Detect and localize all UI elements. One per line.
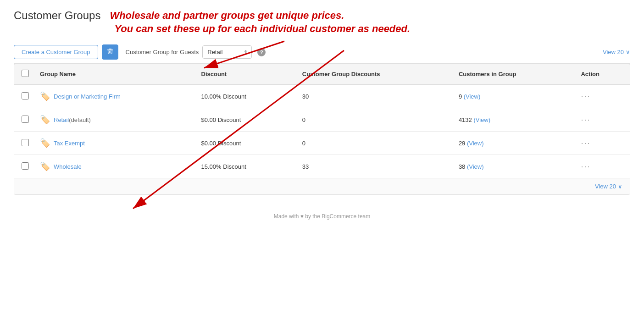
table-row: 🏷️Tax Exempt$0.00 Discount029 (View)··· <box>14 132 630 155</box>
row-group-name-cell: 🏷️Tax Exempt <box>33 132 194 155</box>
customers-view-link[interactable]: (View) <box>467 140 484 147</box>
group-name-link[interactable]: Tax Exempt <box>54 140 85 147</box>
table-row: 🏷️Design or Marketing Firm10.00% Discoun… <box>14 84 630 108</box>
row-discount-cell: $0.00 Discount <box>194 132 295 155</box>
row-customers-cell: 29 (View) <box>451 132 574 155</box>
group-icon: 🏷️ <box>40 91 50 101</box>
row-cg-discounts-cell: 0 <box>295 132 451 155</box>
row-checkbox[interactable] <box>22 92 29 99</box>
row-checkbox[interactable] <box>22 162 29 170</box>
customers-view-link[interactable]: (View) <box>464 93 481 100</box>
row-action-cell: ··· <box>573 155 630 178</box>
table-header-row: Group Name Discount Customer Group Disco… <box>14 64 630 84</box>
group-icon: 🏷️ <box>40 138 50 148</box>
footer-text: Made with ♥ by the BigCommerce team <box>274 213 371 220</box>
footer-view-arrow: ∨ <box>618 183 622 190</box>
view-count-button[interactable]: View 20 ∨ <box>603 49 630 55</box>
help-icon[interactable]: ? <box>257 48 266 56</box>
action-menu-button[interactable]: ··· <box>581 138 590 148</box>
row-group-name-cell: 🏷️Retail (default) <box>33 108 194 132</box>
row-checkbox-cell <box>14 155 33 178</box>
view-count-label: View 20 <box>603 49 624 55</box>
delete-button[interactable] <box>102 44 118 60</box>
customers-view-link[interactable]: (View) <box>467 163 484 170</box>
row-group-name-cell: 🏷️Wholesale <box>33 155 194 178</box>
svg-rect-1 <box>109 49 111 50</box>
annotation-line1: Wholesale and partner groups get unique … <box>110 9 410 22</box>
group-name-link[interactable]: Retail <box>54 116 69 123</box>
action-menu-button[interactable]: ··· <box>581 92 590 101</box>
row-checkbox-cell <box>14 108 33 132</box>
create-customer-group-button[interactable]: Create a Customer Group <box>14 45 98 59</box>
row-group-name-cell: 🏷️Design or Marketing Firm <box>33 84 194 108</box>
footer-view-button[interactable]: View 20 ∨ <box>595 183 622 190</box>
row-checkbox-cell <box>14 132 33 155</box>
action-menu-button[interactable]: ··· <box>581 115 590 124</box>
trash-icon <box>107 48 113 55</box>
col-action: Action <box>573 64 630 84</box>
view-count-arrow: ∨ <box>626 49 630 55</box>
row-action-cell: ··· <box>573 132 630 155</box>
row-customers-cell: 38 (View) <box>451 155 574 178</box>
group-icon: 🏷️ <box>40 115 50 125</box>
col-group-name: Group Name <box>33 64 194 84</box>
guest-group-select-wrapper: Retail Wholesale Tax Exempt ⇅ <box>202 45 252 59</box>
group-name-link[interactable]: Design or Marketing Firm <box>54 93 121 100</box>
col-customers: Customers in Group <box>451 64 574 84</box>
row-checkbox-cell <box>14 84 33 108</box>
select-all-checkbox[interactable] <box>22 70 29 77</box>
action-menu-button[interactable]: ··· <box>581 162 590 171</box>
guest-group-select[interactable]: Retail Wholesale Tax Exempt <box>202 45 252 59</box>
table-row: 🏷️Wholesale15.00% Discount3338 (View)··· <box>14 155 630 178</box>
footer-view-label: View 20 <box>595 183 616 190</box>
row-checkbox[interactable] <box>22 116 29 123</box>
col-discount: Discount <box>194 64 295 84</box>
row-discount-cell: 10.00% Discount <box>194 84 295 108</box>
annotation-line2: You can set these up for each individual… <box>114 22 410 36</box>
row-action-cell: ··· <box>573 108 630 132</box>
col-checkbox <box>14 64 33 84</box>
row-cg-discounts-cell: 33 <box>295 155 451 178</box>
table-footer: View 20 ∨ <box>14 178 630 194</box>
row-customers-cell: 4132 (View) <box>451 108 574 132</box>
group-default-badge: (default) <box>69 116 91 123</box>
row-cg-discounts-cell: 30 <box>295 84 451 108</box>
row-customers-cell: 9 (View) <box>451 84 574 108</box>
row-discount-cell: 15.00% Discount <box>194 155 295 178</box>
page-title: Customer Groups <box>14 9 100 22</box>
row-checkbox[interactable] <box>22 139 29 146</box>
guest-label: Customer Group for Guests <box>126 49 199 55</box>
page-footer: Made with ♥ by the BigCommerce team <box>14 213 630 220</box>
table-row: 🏷️Retail (default)$0.00 Discount04132 (V… <box>14 108 630 132</box>
col-cg-discounts: Customer Group Discounts <box>295 64 451 84</box>
customer-groups-table: Group Name Discount Customer Group Disco… <box>14 64 630 195</box>
row-cg-discounts-cell: 0 <box>295 108 451 132</box>
customers-view-link[interactable]: (View) <box>473 116 490 123</box>
row-discount-cell: $0.00 Discount <box>194 108 295 132</box>
group-name-link[interactable]: Wholesale <box>54 163 82 170</box>
group-icon: 🏷️ <box>40 161 50 171</box>
toolbar: Create a Customer Group Customer Group f… <box>14 41 630 64</box>
row-action-cell: ··· <box>573 84 630 108</box>
